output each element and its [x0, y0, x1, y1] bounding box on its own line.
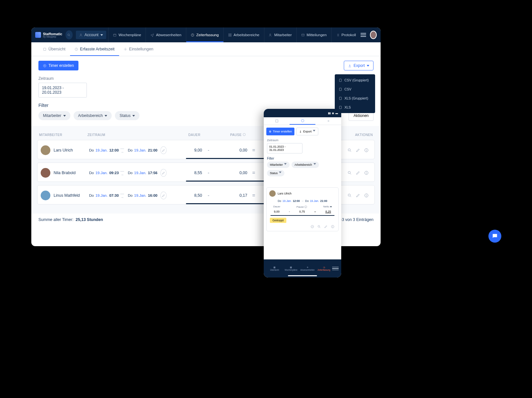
info-circle-icon[interactable] — [364, 148, 369, 152]
nav-wochenplaene[interactable]: Wochenpläne — [108, 27, 146, 42]
svg-rect-7 — [230, 34, 231, 35]
mobile-filter-status[interactable]: Status — [267, 170, 284, 176]
edit-time-button[interactable] — [160, 146, 167, 154]
search-icon[interactable] — [317, 225, 321, 228]
summary-count: 1-3 von 3 Einträgen — [338, 217, 373, 222]
mobile-card-actions — [269, 223, 336, 228]
svg-point-2 — [80, 34, 81, 35]
export-xls[interactable]: XLS — [335, 103, 375, 112]
export-xls-gruppiert[interactable]: XLS (Gruppiert) — [335, 94, 375, 103]
svg-point-0 — [68, 34, 70, 36]
download-icon: ⤓ — [299, 130, 302, 133]
hamburger-menu[interactable] — [361, 31, 366, 38]
user-avatar[interactable] — [370, 31, 377, 39]
filter-arbeitsbereich[interactable]: Arbeitsbereich — [74, 111, 112, 120]
plus-icon: ⊕ — [269, 130, 271, 133]
mobile-tab-3[interactable] — [315, 117, 341, 125]
mobile-statusbar: ▮▮ ◉ ▬ — [264, 109, 341, 117]
nav-abwesenheiten[interactable]: Abwesenheiten — [146, 27, 186, 42]
chevron-down-icon — [284, 163, 287, 165]
svg-rect-11 — [302, 34, 304, 36]
check-circle-icon[interactable] — [311, 225, 314, 228]
chevron-down-icon — [105, 115, 107, 117]
arrow-right-icon: —→ — [120, 146, 126, 154]
arrow-right-icon: —→ — [120, 192, 126, 199]
nav-mitteilungen[interactable]: Mitteilungen — [296, 27, 331, 42]
svg-point-27 — [348, 171, 350, 173]
date-range-input[interactable]: 19.01.2023 - 20.01.2023 — [38, 83, 87, 98]
filter-mitarbeiter[interactable]: Mitarbeiter — [38, 111, 70, 120]
overview-icon — [43, 47, 46, 51]
clock-icon — [301, 119, 304, 122]
tab-uebersicht[interactable]: Übersicht — [38, 42, 70, 56]
search-icon[interactable] — [347, 171, 352, 175]
mobile-filter-arbeitsbereich[interactable]: Arbeitsbereich — [292, 162, 319, 168]
mobile-tab-2[interactable] — [290, 117, 315, 125]
mobile-create-timer-button[interactable]: ⊕Timer erstellen — [266, 128, 294, 135]
svg-point-10 — [270, 34, 271, 35]
nav-mitarbeiter[interactable]: Mitarbeiter — [264, 27, 296, 42]
dot-icon: ● — [330, 205, 332, 208]
mobile-nav-abwesenheiten[interactable]: ✈Abwesenheiten — [299, 266, 316, 271]
employee-cell: Linus Mathfeld — [41, 191, 89, 200]
info-circle-icon[interactable] — [331, 225, 334, 228]
filter-status[interactable]: Status — [115, 111, 139, 120]
employee-cell: Nila Brabold — [41, 168, 89, 178]
employee-name: Linus Mathfeld — [54, 193, 80, 198]
mobile-date-range[interactable]: 01.01.2023 - 31.01.2023 — [267, 143, 302, 153]
th-mitarbeiter: MITARBEITER — [39, 133, 87, 137]
pencil-icon[interactable] — [356, 193, 360, 198]
nav-items: Wochenpläne Abwesenheiten Zeiterfassung … — [108, 27, 360, 42]
tab-erfasste-arbeitszeit[interactable]: Erfasste Arbeitszeit — [70, 42, 119, 56]
mobile-export-button[interactable]: ⤓Export — [296, 128, 318, 135]
mobile-nav-wochenplaene[interactable]: ▦Wochenpläne — [283, 266, 299, 271]
avatar — [41, 168, 50, 178]
nav-arbeitsbereiche[interactable]: Arbeitsbereiche — [223, 27, 264, 42]
export-csv[interactable]: CSV — [335, 85, 375, 94]
tab-einstellungen[interactable]: Einstellungen — [119, 42, 158, 56]
search-icon[interactable] — [347, 148, 352, 152]
export-csv-gruppiert[interactable]: CSV (Gruppiert) — [335, 76, 375, 85]
plus-circle-icon — [43, 64, 46, 68]
list-icon — [336, 33, 340, 37]
file-icon — [339, 79, 342, 82]
pencil-icon[interactable] — [324, 225, 328, 228]
pencil-icon[interactable] — [356, 171, 360, 175]
home-indicator — [288, 275, 317, 276]
search-button[interactable] — [66, 30, 73, 39]
mobile-filter-mitarbeiter[interactable]: Mitarbeiter — [267, 162, 290, 168]
svg-point-31 — [366, 172, 367, 172]
pause-cell: 0,00 — [215, 148, 247, 152]
mobile-nav-zeiterfassung[interactable]: ◷Zeiterfassung — [316, 266, 332, 271]
nav-zeiterfassung[interactable]: Zeiterfassung — [186, 27, 223, 42]
search-icon[interactable] — [347, 193, 352, 198]
chat-bubble[interactable] — [488, 230, 501, 243]
info-circle-icon[interactable] — [364, 171, 369, 175]
mobile-hamburger[interactable] — [332, 267, 339, 270]
mobile-timer-card: Lars Ulrich Do 19.Jan. 12:00 → Do 19.Jan… — [266, 187, 339, 231]
overview-icon: ▦ — [266, 266, 283, 269]
svg-point-21 — [243, 133, 246, 136]
mobile-nav-uebersicht[interactable]: ▦Übersicht — [266, 266, 283, 271]
progress-bar — [186, 203, 265, 204]
calendar-icon — [113, 33, 117, 37]
account-dropdown[interactable]: Account — [76, 31, 106, 39]
mobile-tab-1[interactable] — [264, 117, 290, 125]
chevron-down-icon — [279, 172, 281, 173]
nav-protokoll[interactable]: Protokoll — [331, 27, 361, 42]
search-icon — [67, 33, 71, 37]
pencil-icon — [162, 194, 165, 197]
info-circle-icon[interactable] — [364, 193, 369, 198]
pencil-icon[interactable] — [356, 148, 360, 152]
edit-time-button[interactable] — [160, 169, 167, 177]
edit-time-button[interactable] — [160, 192, 167, 199]
clock-icon — [191, 33, 194, 37]
svg-point-44 — [311, 225, 313, 228]
timerange-cell: Do19.Jan.09:23 —→ Do19.Jan.17:56 — [89, 169, 167, 177]
arrow-right-icon: → — [301, 199, 304, 203]
create-timer-button[interactable]: Timer erstellen — [38, 61, 78, 70]
export-button[interactable]: Export — [344, 61, 373, 70]
avatar — [269, 190, 276, 197]
clock-icon: ◷ — [316, 266, 332, 269]
plane-icon: ✈ — [299, 266, 316, 269]
